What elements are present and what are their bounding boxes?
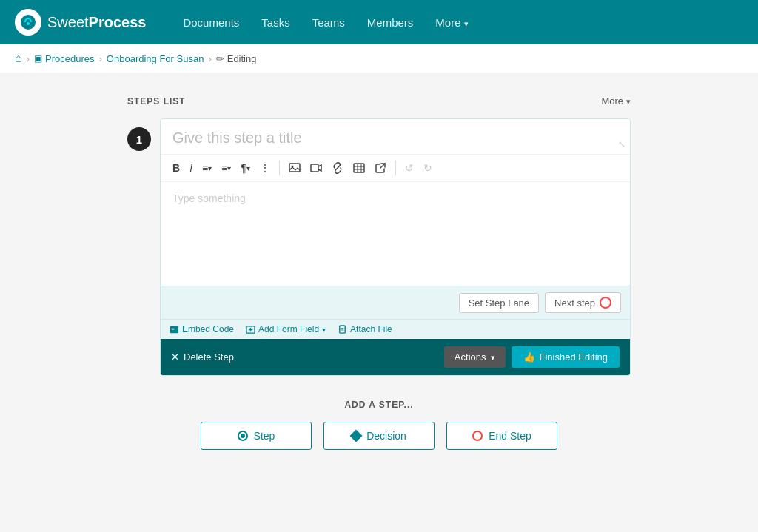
chevron-down-icon	[464, 16, 469, 29]
actions-button[interactable]: Actions	[444, 346, 506, 368]
toolbar-format-group: B I ≡▾ ≡▾ ¶▾ ⋮	[168, 159, 275, 177]
toolbar-link-button[interactable]	[327, 159, 348, 177]
toolbar-media-group	[284, 159, 391, 177]
embed-row: Embed Code Add Form Field ▾	[161, 319, 630, 339]
step-number-badge: 1	[127, 127, 151, 151]
brand-icon	[15, 9, 41, 36]
thumbsup-icon: 👍	[523, 351, 535, 363]
step-container: 1 ⤡ B I ≡▾ ≡▾ ¶▾	[127, 118, 631, 376]
toolbar-image-button[interactable]	[284, 159, 305, 177]
next-step-circle-icon	[600, 297, 611, 309]
add-step-label: ADD A STEP...	[127, 400, 631, 410]
footer-right: Actions 👍 Finished Editing	[444, 346, 620, 368]
toolbar-redo-button[interactable]: ↻	[419, 159, 437, 177]
add-step-buttons: Step Decision End Step	[127, 422, 631, 450]
actions-chevron-icon	[491, 351, 495, 363]
toolbar-external-button[interactable]	[370, 159, 391, 177]
editor-placeholder: Type something	[172, 192, 246, 204]
resize-icon: ⤡	[618, 139, 625, 149]
diamond-icon	[350, 430, 363, 442]
finished-editing-button[interactable]: 👍 Finished Editing	[512, 346, 620, 368]
add-end-step-button[interactable]: End Step	[446, 422, 557, 450]
delete-icon: ✕	[171, 351, 179, 363]
toolbar-ordered-list-button[interactable]: ≡▾	[198, 159, 216, 177]
nav-documents[interactable]: Documents	[183, 16, 239, 29]
add-decision-button[interactable]: Decision	[323, 422, 435, 450]
svg-rect-15	[340, 325, 345, 332]
circle-empty-icon	[472, 431, 483, 441]
add-form-field-link[interactable]: Add Form Field ▾	[246, 324, 326, 334]
breadcrumb-current: ✏ Editing	[216, 53, 257, 64]
procedures-icon: ▣	[34, 53, 42, 64]
breadcrumb-sep-3: ›	[208, 53, 211, 64]
svg-rect-10	[170, 326, 178, 332]
steps-list-header: STEPS LIST More	[127, 95, 631, 107]
toolbar-more-button[interactable]: ⋮	[255, 159, 275, 177]
breadcrumb-page[interactable]: Onboarding For Susan	[107, 53, 204, 64]
svg-rect-2	[289, 164, 300, 172]
step-actions-row: Set Step Lane Next step	[161, 286, 630, 319]
svg-point-1	[27, 22, 30, 25]
radio-icon	[238, 431, 248, 441]
steps-more-chevron-icon	[626, 95, 631, 107]
svg-rect-5	[354, 164, 364, 172]
editor-toolbar: B I ≡▾ ≡▾ ¶▾ ⋮	[161, 155, 630, 182]
toolbar-italic-button[interactable]: I	[185, 159, 197, 177]
brand-name: SweetProcess	[47, 14, 146, 31]
nav-more-dropdown[interactable]: More	[435, 16, 468, 29]
nav-teams[interactable]: Teams	[312, 16, 345, 29]
toolbar-separator-2	[395, 161, 396, 175]
steps-more-button[interactable]: More	[601, 95, 631, 107]
title-row: ⤡	[161, 119, 630, 155]
svg-rect-11	[172, 328, 175, 329]
toolbar-unordered-list-button[interactable]: ≡▾	[217, 159, 235, 177]
next-step-button[interactable]: Next step	[545, 292, 621, 313]
toolbar-table-button[interactable]	[349, 159, 369, 177]
add-step-section: ADD A STEP... Step Decision End Step	[127, 400, 631, 450]
delete-step-button[interactable]: ✕ Delete Step	[171, 351, 234, 363]
breadcrumb: ⌂ › ▣ Procedures › Onboarding For Susan …	[0, 44, 758, 73]
nav-tasks[interactable]: Tasks	[261, 16, 289, 29]
toolbar-bold-button[interactable]: B	[168, 159, 184, 177]
steps-list-label: STEPS LIST	[127, 96, 186, 107]
toolbar-video-button[interactable]	[306, 159, 326, 177]
navbar: SweetProcess Documents Tasks Teams Membe…	[0, 0, 758, 44]
toolbar-history-group: ↺ ↻	[400, 159, 437, 177]
home-icon[interactable]: ⌂	[15, 52, 22, 65]
brand-logo[interactable]: SweetProcess	[15, 9, 146, 36]
toolbar-undo-button[interactable]: ↺	[400, 159, 418, 177]
breadcrumb-procedures[interactable]: ▣ Procedures	[34, 53, 94, 64]
step-footer: ✕ Delete Step Actions 👍 Finished Editing	[161, 339, 630, 375]
attach-file-link[interactable]: Attach File	[338, 324, 392, 334]
breadcrumb-sep-1: ›	[27, 53, 30, 64]
breadcrumb-sep-2: ›	[99, 53, 102, 64]
add-step-button[interactable]: Step	[201, 422, 312, 450]
nav-links: Documents Tasks Teams Members More	[183, 16, 468, 29]
toolbar-paragraph-button[interactable]: ¶▾	[236, 159, 255, 177]
form-field-chevron-icon: ▾	[322, 326, 326, 334]
step-title-input[interactable]	[161, 119, 630, 154]
toolbar-separator-1	[279, 161, 280, 175]
editor-body[interactable]: Type something	[161, 182, 630, 286]
set-step-lane-button[interactable]: Set Step Lane	[459, 293, 539, 313]
edit-icon: ✏	[216, 53, 224, 64]
embed-code-link[interactable]: Embed Code	[170, 324, 234, 334]
nav-members[interactable]: Members	[367, 16, 414, 29]
step-card: ⤡ B I ≡▾ ≡▾ ¶▾ ⋮	[160, 118, 631, 376]
svg-rect-4	[311, 164, 318, 172]
main-content: STEPS LIST More 1 ⤡ B I ≡▾	[0, 73, 758, 531]
